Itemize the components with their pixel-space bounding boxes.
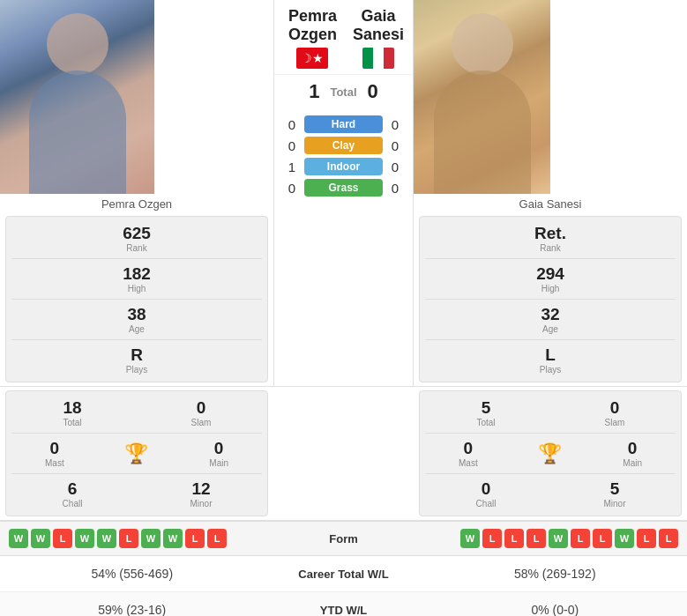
left-form-badge-7: W xyxy=(163,529,183,548)
hard-right-score: 0 xyxy=(386,117,404,132)
left-minor-stat: 12 Minor xyxy=(178,478,224,510)
left-trophy-icon: 🏆 xyxy=(124,442,148,465)
right-trophy-icon: 🏆 xyxy=(538,442,562,465)
left-rank-stat: 625 Rank xyxy=(114,222,160,255)
right-form-badge-0: W xyxy=(460,529,480,548)
left-player-name: Pemra Ozgen xyxy=(278,7,347,44)
right-player-header: Gaia Sanesi xyxy=(347,7,409,72)
left-main-stat: 0 Main xyxy=(196,437,242,470)
right-form-badge-3: L xyxy=(526,529,546,548)
right-form-badge-2: L xyxy=(504,529,524,548)
right-player-stats-panel: Ret. Rank 294 High 32 Age xyxy=(419,216,682,382)
right-player-name: Gaia Sanesi xyxy=(347,7,409,44)
detailed-stats-row: 18 Total 0 Slam 0 Mast 🏆 xyxy=(0,387,687,521)
h2h-label: Total xyxy=(330,85,356,99)
surface-indoor-row: 1 Indoor 0 xyxy=(283,158,404,175)
indoor-right-score: 0 xyxy=(386,160,404,174)
right-slam-stat: 0 Slam xyxy=(592,397,638,429)
right-rank-stat: Ret. Rank xyxy=(527,222,573,255)
h2h-right-score: 0 xyxy=(368,80,378,103)
career-wl-left: 54% (556-469) xyxy=(9,567,256,581)
left-detailed-stats: 18 Total 0 Slam 0 Mast 🏆 xyxy=(0,387,273,520)
right-form-badge-4: W xyxy=(549,529,568,548)
right-player-name-below: Gaia Sanesi xyxy=(414,194,687,212)
right-main-stat: 0 Main xyxy=(609,437,655,470)
right-form-badge-8: L xyxy=(637,529,656,548)
stats-rows: 54% (556-469) Career Total W/L 58% (269-… xyxy=(0,555,687,616)
app-container: Pemra Ozgen 625 Rank 182 High xyxy=(0,0,687,616)
left-form-badge-3: W xyxy=(75,529,94,548)
left-form-badge-5: L xyxy=(119,529,138,548)
grass-right-score: 0 xyxy=(386,181,404,196)
right-form-badges: W L L L W L L W L L xyxy=(383,529,679,548)
career-wl-label: Career Total W/L xyxy=(256,568,432,581)
middle-column: Pemra Ozgen ☽★ Gaia Sanesi xyxy=(273,0,414,386)
right-detailed-stats: 5 Total 0 Slam 0 Mast 🏆 xyxy=(414,387,687,520)
left-form-badge-9: L xyxy=(207,529,227,548)
player-comparison-row: Pemra Ozgen 625 Rank 182 High xyxy=(0,0,687,387)
right-player-column: Gaia Sanesi Ret. Rank 294 High xyxy=(414,0,687,386)
right-player-photo xyxy=(414,0,550,194)
left-flag: ☽★ xyxy=(296,48,328,69)
left-form-badge-4: W xyxy=(97,529,116,548)
right-form-badge-7: W xyxy=(615,529,634,548)
indoor-button[interactable]: Indoor xyxy=(304,158,383,175)
indoor-left-score: 1 xyxy=(283,160,301,174)
right-form-badge-6: L xyxy=(593,529,612,548)
h2h-total-row: 1 Total 0 xyxy=(274,75,413,108)
hard-button[interactable]: Hard xyxy=(304,115,383,133)
surface-clay-row: 0 Clay 0 xyxy=(283,137,404,154)
left-player-name-below: Pemra Ozgen xyxy=(0,194,273,212)
left-mast-stat: 0 Mast xyxy=(32,437,78,470)
clay-left-score: 0 xyxy=(283,138,301,153)
surface-hard-row: 0 Hard 0 xyxy=(283,115,404,133)
left-player-column: Pemra Ozgen 625 Rank 182 High xyxy=(0,0,273,386)
left-slam-stat: 0 Slam xyxy=(178,397,224,429)
clay-button[interactable]: Clay xyxy=(304,137,383,154)
right-total-stat: 5 Total xyxy=(463,397,509,429)
left-total-stat: 18 Total xyxy=(49,397,95,429)
right-form-badge-9: L xyxy=(659,529,678,548)
left-high-stat: 182 High xyxy=(114,263,160,295)
h2h-left-score: 1 xyxy=(309,80,319,103)
left-player-photo xyxy=(0,0,154,194)
hard-left-score: 0 xyxy=(283,117,301,132)
left-form-badge-0: W xyxy=(9,529,28,548)
right-chall-stat: 0 Chall xyxy=(463,478,509,510)
left-player-header: Pemra Ozgen ☽★ xyxy=(278,7,347,72)
grass-left-score: 0 xyxy=(283,181,301,196)
clay-right-score: 0 xyxy=(386,138,404,153)
left-chall-stat: 6 Chall xyxy=(49,478,95,510)
right-flag xyxy=(362,48,394,69)
career-wl-right: 58% (269-192) xyxy=(432,567,679,581)
ytd-wl-left: 59% (23-16) xyxy=(9,603,256,616)
right-form-badge-1: L xyxy=(482,529,502,548)
form-label: Form xyxy=(309,532,379,545)
right-mast-stat: 0 Mast xyxy=(445,437,491,470)
left-form-badge-8: L xyxy=(185,529,205,548)
career-wl-row: 54% (556-469) Career Total W/L 58% (269-… xyxy=(0,556,687,592)
left-form-badge-2: L xyxy=(53,529,72,548)
left-age-stat: 38 Age xyxy=(114,303,160,336)
left-plays-stat: R Plays xyxy=(114,344,160,376)
left-form-badges: W W L W W L W W L L xyxy=(9,529,305,548)
left-form-badge-1: W xyxy=(31,529,50,548)
right-plays-stat: L Plays xyxy=(527,344,573,376)
grass-button[interactable]: Grass xyxy=(304,179,383,197)
right-high-stat: 294 High xyxy=(527,263,573,295)
form-section: W W L W W L W W L L Form W L L L W L L W… xyxy=(0,521,687,555)
right-age-stat: 32 Age xyxy=(527,303,573,336)
left-form-badge-6: W xyxy=(141,529,161,548)
surface-section: 0 Hard 0 0 Clay 0 1 Indoor 0 xyxy=(274,108,413,204)
right-form-badge-5: L xyxy=(571,529,590,548)
left-player-stats-panel: 625 Rank 182 High 38 Age xyxy=(5,216,268,382)
ytd-wl-label: YTD W/L xyxy=(256,604,432,617)
right-minor-stat: 5 Minor xyxy=(592,478,638,510)
surface-grass-row: 0 Grass 0 xyxy=(283,179,404,197)
mid-spacer xyxy=(273,387,414,520)
ytd-wl-row: 59% (23-16) YTD W/L 0% (0-0) xyxy=(0,592,687,616)
ytd-wl-right: 0% (0-0) xyxy=(432,603,679,616)
